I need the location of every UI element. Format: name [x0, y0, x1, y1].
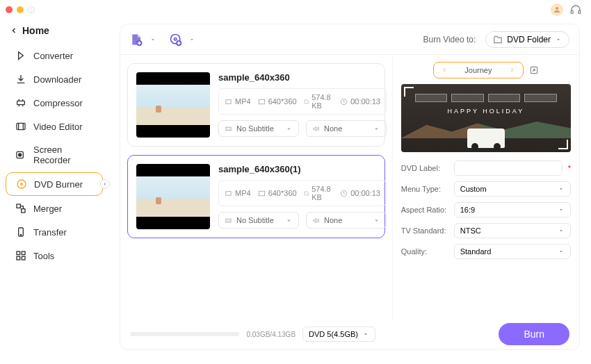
- burn-to-label: Burn Video to:: [423, 35, 476, 44]
- menu-type-select[interactable]: Custom: [454, 181, 571, 197]
- tv-standard-select[interactable]: NTSC: [454, 223, 571, 238]
- user-avatar[interactable]: [551, 3, 563, 16]
- transfer-icon: [15, 226, 26, 238]
- dvd-label-label: DVD Label:: [401, 164, 450, 172]
- dvd-label-input[interactable]: [454, 160, 562, 176]
- sidebar-item-label: Merger: [33, 204, 62, 214]
- sidebar-item-converter[interactable]: Converter: [6, 44, 103, 67]
- sidebar: Home Converter Downloader Compressor Vid…: [0, 19, 108, 364]
- sidebar-item-downloader[interactable]: Downloader: [6, 68, 103, 90]
- svg-rect-1: [571, 10, 573, 13]
- subtitle-select[interactable]: No Subtitle: [218, 212, 299, 229]
- add-folder-dropdown[interactable]: [188, 36, 195, 43]
- edit-template-icon[interactable]: [529, 65, 539, 75]
- template-selector: Journey: [433, 62, 524, 78]
- audio-select[interactable]: None: [306, 120, 387, 137]
- sidebar-item-tools[interactable]: Tools: [6, 245, 103, 267]
- editor-icon: [15, 121, 26, 132]
- audio-icon: [312, 125, 320, 133]
- svg-point-7: [17, 180, 26, 188]
- sidebar-collapse[interactable]: [100, 179, 110, 189]
- merger-icon: [15, 203, 26, 214]
- subtitle-select[interactable]: No Subtitle: [218, 120, 299, 137]
- sidebar-item-dvd-burner[interactable]: DVD Burner: [6, 172, 103, 196]
- prev-template[interactable]: [441, 65, 448, 75]
- recorder-icon: [15, 149, 26, 160]
- svg-point-6: [19, 154, 22, 156]
- svg-rect-2: [578, 10, 581, 13]
- svg-rect-14: [22, 251, 25, 255]
- sidebar-item-label: Tools: [33, 251, 54, 261]
- svg-rect-22: [259, 99, 264, 104]
- svg-rect-10: [22, 209, 25, 213]
- sidebar-item-label: Downloader: [33, 74, 81, 85]
- svg-rect-15: [17, 256, 20, 260]
- chevron-down-icon: [285, 125, 293, 133]
- svg-point-19: [175, 38, 177, 40]
- subtitle-icon: [225, 125, 232, 133]
- settings-panel: Journey HAPPY HOLIDAY DVD Label: * Menu …: [392, 55, 579, 319]
- required-indicator: *: [568, 164, 571, 172]
- sidebar-item-recorder[interactable]: Screen Recorder: [6, 139, 103, 171]
- converter-icon: [15, 50, 26, 61]
- svg-rect-4: [17, 123, 25, 129]
- audio-select[interactable]: None: [306, 212, 387, 229]
- video-title: sample_640x360(1): [218, 164, 387, 174]
- video-thumbnail: [136, 164, 210, 229]
- disc-capacity-text: 0.03GB/4.13GB: [246, 331, 296, 338]
- sidebar-item-label: Transfer: [33, 227, 67, 238]
- chevron-down-icon: [373, 125, 380, 133]
- minimize-window[interactable]: [17, 6, 24, 13]
- aspect-ratio-label: Aspect Ratio:: [401, 206, 450, 214]
- sidebar-item-editor[interactable]: Video Editor: [6, 115, 103, 138]
- video-card[interactable]: sample_640x360 MP4 640*360 574.8 KB 00:0…: [127, 63, 385, 147]
- download-icon: [15, 74, 26, 85]
- template-name: Journey: [464, 66, 492, 74]
- main-panel: Burn Video to: DVD Folder sample_640x360…: [120, 24, 580, 350]
- add-folder-button[interactable]: [169, 33, 183, 47]
- svg-rect-25: [226, 191, 231, 195]
- disc-icon: [16, 179, 27, 190]
- add-file-dropdown[interactable]: [149, 36, 156, 43]
- video-title: sample_640x360: [218, 72, 387, 83]
- chevron-down-icon: [285, 217, 293, 224]
- video-thumbnail: [136, 72, 210, 138]
- subtitle-icon: [225, 217, 232, 224]
- burn-to-select[interactable]: DVD Folder: [485, 31, 569, 48]
- sidebar-item-compressor[interactable]: Compressor: [6, 92, 103, 114]
- svg-point-0: [556, 7, 558, 10]
- svg-point-8: [21, 183, 23, 185]
- home-link[interactable]: Home: [0, 21, 108, 40]
- quality-select[interactable]: Standard: [454, 244, 571, 259]
- chevron-down-icon: [373, 217, 380, 224]
- disc-capacity-bar: [130, 332, 239, 336]
- compressor-icon: [15, 97, 26, 108]
- aspect-ratio-select[interactable]: 16:9: [454, 202, 571, 217]
- burn-button[interactable]: Burn: [499, 323, 569, 345]
- sidebar-item-merger[interactable]: Merger: [6, 197, 103, 220]
- home-label: Home: [22, 25, 49, 36]
- sidebar-item-transfer[interactable]: Transfer: [6, 221, 103, 243]
- disc-type-select[interactable]: DVD 5(4.5GB): [302, 326, 375, 342]
- video-card[interactable]: sample_640x360(1) MP4 640*360 574.8 KB 0…: [127, 155, 385, 238]
- svg-point-12: [20, 234, 21, 235]
- close-window[interactable]: [6, 6, 13, 13]
- tv-standard-label: TV Standard:: [401, 226, 450, 235]
- sidebar-item-label: Converter: [33, 51, 73, 61]
- sidebar-item-label: Video Editor: [33, 122, 83, 132]
- video-list: sample_640x360 MP4 640*360 574.8 KB 00:0…: [120, 55, 392, 319]
- audio-icon: [312, 217, 320, 224]
- next-template[interactable]: [508, 65, 515, 75]
- menu-type-label: Menu Type:: [401, 185, 450, 193]
- tools-icon: [15, 250, 26, 261]
- sidebar-item-label: Compressor: [33, 98, 83, 108]
- sidebar-item-label: Screen Recorder: [33, 144, 93, 165]
- maximize-window[interactable]: [28, 6, 35, 13]
- add-file-button[interactable]: [130, 33, 144, 47]
- quality-label: Quality:: [401, 247, 450, 256]
- support-icon[interactable]: [570, 4, 581, 15]
- video-meta: MP4 640*360 574.8 KB 00:00:13: [218, 180, 387, 206]
- video-meta: MP4 640*360 574.8 KB 00:00:13: [218, 88, 387, 115]
- svg-rect-26: [259, 191, 264, 195]
- svg-rect-13: [17, 251, 20, 255]
